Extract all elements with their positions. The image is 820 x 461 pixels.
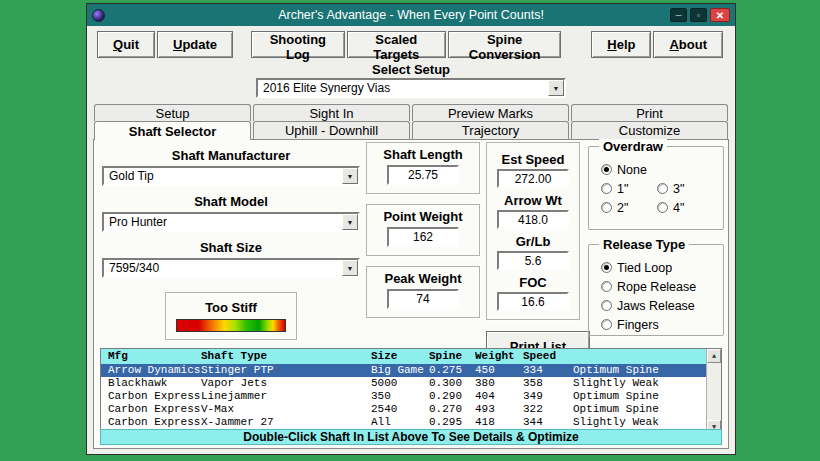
radio-icon bbox=[601, 300, 612, 311]
shaft-size-combobox[interactable]: 7595/340 ▼ bbox=[102, 258, 360, 278]
toolbar-button[interactable]: About bbox=[653, 31, 723, 58]
cell-weight: 450 bbox=[475, 364, 523, 377]
shaft-selection-column: Shaft Manufacturer Gold Tip ▼ Shaft Mode… bbox=[102, 146, 360, 340]
overdraw-radio-option[interactable]: 4" bbox=[657, 198, 713, 217]
shaft-manufacturer-combobox[interactable]: Gold Tip ▼ bbox=[102, 166, 360, 186]
tab[interactable]: Setup bbox=[94, 104, 251, 121]
release-type-radio-option[interactable]: Fingers bbox=[601, 315, 723, 334]
toolbar-button[interactable]: Shooting Log bbox=[251, 31, 345, 58]
cell-weight: 493 bbox=[475, 403, 523, 416]
select-setup-label: Select Setup bbox=[87, 62, 735, 77]
table-scrollbar[interactable]: ▲ ▼ bbox=[706, 349, 721, 434]
minimize-button[interactable]: ─ bbox=[670, 8, 687, 22]
dropdown-arrow-icon[interactable]: ▼ bbox=[548, 80, 564, 96]
shaft-length-input[interactable]: 25.75 bbox=[387, 165, 459, 185]
cell-status: Optimum Spine bbox=[573, 390, 706, 403]
cell-spine: 0.270 bbox=[429, 403, 475, 416]
overdraw-radio-option[interactable]: 1" bbox=[601, 179, 657, 198]
close-button[interactable]: ✕ bbox=[710, 8, 730, 22]
toolbar-button-label: About bbox=[669, 37, 707, 52]
cell-status: Optimum Spine bbox=[573, 403, 706, 416]
dropdown-arrow-icon[interactable]: ▼ bbox=[342, 260, 358, 276]
radio-icon bbox=[601, 319, 612, 330]
table-body: Arrow Dynamics Stinger PTP Big Game 0.27… bbox=[101, 364, 706, 434]
spine-gauge: Too Stiff bbox=[165, 292, 297, 340]
shaft-specs-column: Shaft Length 25.75 Point Weight 162 Peak… bbox=[366, 142, 480, 328]
radio-option-label: Tied Loop bbox=[617, 261, 672, 275]
radio-option-label: 2" bbox=[617, 201, 628, 215]
cell-mfg: Blackhawk bbox=[101, 377, 201, 390]
foc-value: 16.6 bbox=[497, 292, 569, 311]
cell-shaft-type: V-Max bbox=[201, 403, 371, 416]
scroll-up-icon[interactable]: ▲ bbox=[707, 349, 721, 363]
cell-mfg: Carbon Express bbox=[101, 403, 201, 416]
cell-shaft-type: Vapor Jets bbox=[201, 377, 371, 390]
dropdown-arrow-icon[interactable]: ▼ bbox=[342, 168, 358, 184]
table-row[interactable]: Carbon Express X-Jammer 27 All 0.295 418… bbox=[101, 416, 706, 429]
toolbar-button[interactable]: Quit bbox=[97, 31, 155, 58]
radio-option-label: 4" bbox=[673, 201, 684, 215]
point-weight-input[interactable]: 162 bbox=[387, 227, 459, 247]
radio-option-label: Jaws Release bbox=[617, 299, 695, 313]
tab[interactable]: Print bbox=[571, 104, 728, 121]
toolbar-button[interactable]: Spine Conversion bbox=[448, 31, 561, 58]
toolbar-button[interactable]: Scaled Targets bbox=[347, 31, 446, 58]
overdraw-radio-option[interactable]: 2" bbox=[601, 198, 657, 217]
computed-values-group: Est Speed 272.00 Arrow Wt 418.0 Gr/Lb 5.… bbox=[486, 142, 580, 320]
cell-size: All bbox=[371, 416, 429, 429]
cell-size: 350 bbox=[371, 390, 429, 403]
cell-spine: 0.300 bbox=[429, 377, 475, 390]
release-type-radio-option[interactable]: Jaws Release bbox=[601, 296, 723, 315]
setup-select-combobox[interactable]: 2016 Elite Synergy Vias ▼ bbox=[256, 78, 566, 98]
shaft-manufacturer-label: Shaft Manufacturer bbox=[102, 148, 360, 162]
radio-icon bbox=[601, 281, 612, 292]
column-header-shaft-type: Shaft Type bbox=[201, 349, 371, 364]
cell-status: Slightly Weak bbox=[573, 416, 706, 429]
arrow-wt-label: Arrow Wt bbox=[487, 193, 579, 207]
cell-speed: 334 bbox=[523, 364, 573, 377]
table-row[interactable]: Carbon Express Linejammer 350 0.290 404 … bbox=[101, 390, 706, 403]
tab-label: Shaft Selector bbox=[129, 124, 216, 139]
table-row[interactable]: Arrow Dynamics Stinger PTP Big Game 0.27… bbox=[101, 364, 706, 377]
cell-spine: 0.290 bbox=[429, 390, 475, 403]
cell-speed: 349 bbox=[523, 390, 573, 403]
tab[interactable]: Shaft Selector bbox=[94, 121, 251, 140]
toolbar-button[interactable]: Update bbox=[157, 31, 233, 58]
shaft-length-label: Shaft Length bbox=[367, 147, 479, 161]
overdraw-options: None 1" 3" 2" bbox=[589, 147, 723, 217]
foc-label: FOC bbox=[487, 275, 579, 289]
tab[interactable]: Preview Marks bbox=[412, 104, 569, 121]
tab-label: Setup bbox=[156, 106, 190, 121]
toolbar: Quit Update Shooting Log Scaled Targets … bbox=[87, 31, 735, 58]
peak-weight-group: Peak Weight 74 bbox=[366, 266, 480, 318]
radio-option-label: None bbox=[617, 163, 647, 177]
table-row[interactable]: Blackhawk Vapor Jets 5000 0.300 380 358 … bbox=[101, 377, 706, 390]
column-header-status bbox=[573, 349, 721, 364]
tab[interactable]: Trajectory bbox=[412, 121, 569, 139]
shaft-model-combobox[interactable]: Pro Hunter ▼ bbox=[102, 212, 360, 232]
cell-mfg: Arrow Dynamics bbox=[101, 364, 201, 377]
radio-option-label: Rope Release bbox=[617, 280, 696, 294]
peak-weight-input[interactable]: 74 bbox=[387, 289, 459, 309]
shaft-results-table: Mfg Shaft Type Size Spine Weight Speed A… bbox=[100, 348, 722, 435]
tab[interactable]: Sight In bbox=[253, 104, 410, 121]
toolbar-button[interactable]: Help bbox=[591, 31, 651, 58]
release-type-radio-option[interactable]: Tied Loop bbox=[601, 258, 723, 277]
cell-speed: 322 bbox=[523, 403, 573, 416]
overdraw-radio-option[interactable]: 3" bbox=[657, 179, 713, 198]
gr-lb-value: 5.6 bbox=[497, 251, 569, 270]
arrow-wt-value: 418.0 bbox=[497, 210, 569, 229]
table-row[interactable]: Carbon Express V-Max 2540 0.270 493 322 … bbox=[101, 403, 706, 416]
tab[interactable]: Uphill - Downhill bbox=[253, 121, 410, 139]
cell-mfg: Carbon Express bbox=[101, 416, 201, 429]
shaft-selector-panel: Shaft Manufacturer Gold Tip ▼ Shaft Mode… bbox=[93, 139, 729, 449]
dropdown-arrow-icon[interactable]: ▼ bbox=[342, 214, 358, 230]
footer-hint-bar: Double-Click Shaft In List Above To See … bbox=[100, 429, 722, 445]
maximize-button[interactable]: ▫ bbox=[690, 8, 707, 22]
release-type-radio-option[interactable]: Rope Release bbox=[601, 277, 723, 296]
tab[interactable]: Customize bbox=[571, 121, 728, 139]
cell-speed: 358 bbox=[523, 377, 573, 390]
column-header-spine: Spine bbox=[429, 349, 475, 364]
cell-shaft-type: Linejammer bbox=[201, 390, 371, 403]
overdraw-radio-option[interactable]: None bbox=[601, 160, 723, 179]
